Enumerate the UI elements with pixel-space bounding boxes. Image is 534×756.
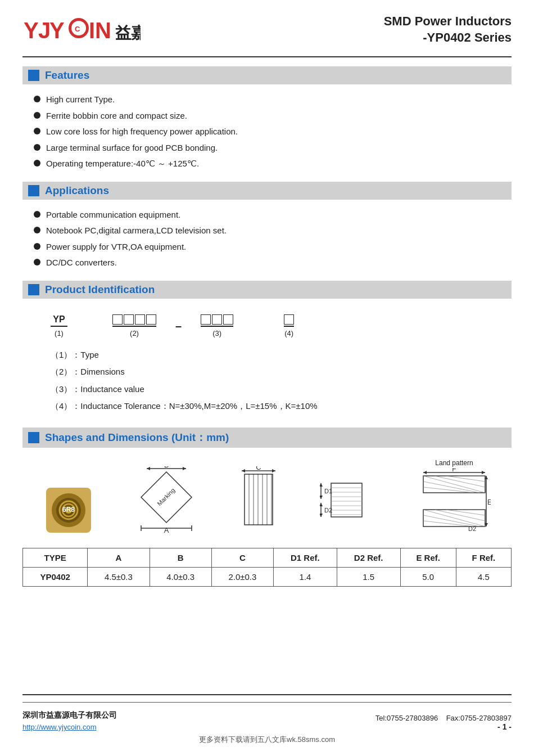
footer-tel: Tel:0755-27803896 Fax:0755-27803897	[375, 714, 512, 722]
svg-text:C: C	[75, 25, 80, 33]
bullet-dot	[34, 243, 40, 250]
pid-2-num: (2)	[130, 329, 139, 338]
bullet-dot	[34, 96, 40, 102]
bullet-dot	[34, 227, 40, 233]
features-item-0: High current Type.	[46, 93, 115, 106]
d1d2-svg: D1 D2	[320, 466, 376, 534]
svg-text:F: F	[452, 468, 456, 473]
product-id-blue-square	[28, 284, 39, 295]
svg-text:B: B	[164, 466, 169, 469]
dimensions-table: TYPE A B C D1 Ref. D2 Ref. E Ref. F Ref.…	[22, 548, 512, 587]
page-number: - 1 -	[497, 722, 512, 731]
shapes-title: Shapes and Dimensions (Unit：mm)	[45, 430, 229, 445]
list-item: Ferrite bobbin core and compact size.	[34, 110, 512, 123]
bullet-dot	[34, 259, 40, 266]
app-item-0: Portable communication equipment.	[46, 209, 180, 222]
footer-watermark: 更多资料下载请到五八文库wk.58sms.com	[22, 735, 512, 745]
header-divider	[22, 56, 512, 57]
bullet-dot	[34, 128, 40, 134]
svg-text:Marking: Marking	[156, 487, 176, 507]
pid-boxes-2	[112, 314, 156, 325]
app-item-2: Power supply for VTR,OA equipment.	[46, 241, 186, 254]
features-item-1: Ferrite bobbin core and compact size.	[46, 110, 187, 123]
land-pattern-diagram: Land pattern F E	[418, 459, 491, 536]
page: Y J Y C IN 益嘉源 SMD Power Inductors -YP04…	[0, 0, 534, 756]
svg-text:益嘉源: 益嘉源	[115, 24, 141, 42]
table-row: YP0402 4.5±0.3 4.0±0.3 2.0±0.3 1.4 1.5 5…	[23, 567, 512, 586]
pid-box	[124, 314, 134, 325]
pid-group-1: YP (1)	[51, 314, 67, 338]
val-e: 5.0	[400, 567, 456, 586]
val-c: 2.0±0.3	[211, 567, 273, 586]
svg-text:Y: Y	[24, 18, 39, 43]
svg-marker-54	[482, 471, 485, 474]
pid-box	[223, 314, 233, 325]
svg-text:6R8: 6R8	[62, 506, 75, 514]
features-item-4: Operating temperature:-40℃ ～ +125℃.	[46, 158, 199, 170]
col-c: C	[211, 548, 273, 567]
title-line1: SMD Power Inductors	[384, 14, 512, 28]
pid-box	[284, 314, 294, 325]
pid-detail-1: （2）：Dimensions	[51, 366, 489, 379]
val-a: 4.5±0.3	[88, 567, 150, 586]
coil-diagram: 6R8	[43, 485, 94, 536]
footer-website[interactable]: http://www.yjycoin.com	[22, 723, 117, 731]
footer-right: Tel:0755-27803896 Fax:0755-27803897 - 1 …	[375, 714, 512, 731]
svg-line-68	[423, 510, 485, 526]
footer-fax-text: Fax:0755-27803897	[446, 714, 512, 722]
pid-group-3: (3)	[201, 314, 233, 338]
svg-line-69	[423, 515, 479, 526]
val-type: YP0402	[23, 567, 88, 586]
svg-text:D2: D2	[468, 525, 476, 532]
svg-rect-36	[331, 483, 362, 517]
list-item: Notebook PC,digital carmera,LCD televisi…	[34, 224, 512, 237]
svg-text:D2: D2	[324, 507, 332, 514]
pid-detail-2: （3）：Inductance value	[51, 383, 489, 396]
svg-marker-27	[272, 469, 275, 472]
pid-3-num: (3)	[212, 329, 221, 338]
val-d2: 1.5	[337, 567, 400, 586]
svg-line-72	[446, 510, 485, 515]
pid-4-num: (4)	[284, 329, 293, 338]
footer: 深圳市益嘉源电子有限公司 http://www.yjycoin.com Tel:…	[22, 702, 512, 731]
applications-blue-square	[28, 185, 39, 196]
app-item-1: Notebook PC,digital carmera,LCD televisi…	[46, 224, 227, 237]
product-id-section-header: Product Identification	[22, 281, 512, 299]
pid-box	[112, 314, 123, 325]
footer-wrapper: 深圳市益嘉源电子有限公司 http://www.yjycoin.com Tel:…	[22, 685, 512, 745]
svg-text:A: A	[164, 526, 169, 534]
c-svg: C	[239, 466, 278, 534]
c-diagram: C	[239, 466, 278, 536]
pid-dash: –	[175, 320, 182, 332]
list-item: Portable communication equipment.	[34, 209, 512, 222]
pid-boxes-3	[201, 314, 233, 325]
svg-text:J: J	[38, 18, 51, 43]
pid-group-4: (4)	[284, 314, 294, 338]
list-item: Large terminal surface for good PCB bond…	[34, 142, 512, 155]
features-item-2: Low core loss for high frequency power a…	[46, 125, 238, 138]
footer-divider	[22, 694, 512, 695]
pid-box	[201, 314, 211, 325]
features-list: High current Type. Ferrite bobbin core a…	[22, 90, 512, 179]
land-pattern-svg: F E	[418, 468, 491, 536]
svg-text:C: C	[256, 466, 261, 471]
col-f: F Ref.	[456, 548, 511, 567]
svg-text:IN: IN	[89, 18, 111, 43]
pid-1-num: (1)	[55, 329, 64, 338]
pid-detail-3: （4）：Inductance Tolerance：N=±30%,M=±20%，L…	[51, 400, 489, 413]
pid-box	[146, 314, 156, 325]
title-line2: -YP0402 Series	[423, 30, 512, 44]
logo-svg: Y J Y C IN 益嘉源	[22, 14, 141, 46]
col-type: TYPE	[23, 548, 88, 567]
applications-list: Portable communication equipment. Notebo…	[22, 205, 512, 278]
svg-line-58	[423, 482, 479, 493]
app-item-3: DC/DC converters.	[46, 256, 117, 269]
table-header-row: TYPE A B C D1 Ref. D2 Ref. E Ref. F Ref.	[23, 548, 512, 567]
features-item-3: Large terminal surface for good PCB bond…	[46, 142, 218, 155]
bullet-dot	[34, 112, 40, 119]
coil-svg: 6R8	[43, 485, 94, 536]
svg-line-57	[423, 476, 485, 493]
ba-diagram: A B Marking	[135, 466, 197, 536]
svg-marker-53	[423, 471, 427, 474]
footer-tel-text: Tel:0755-27803896	[375, 714, 438, 722]
